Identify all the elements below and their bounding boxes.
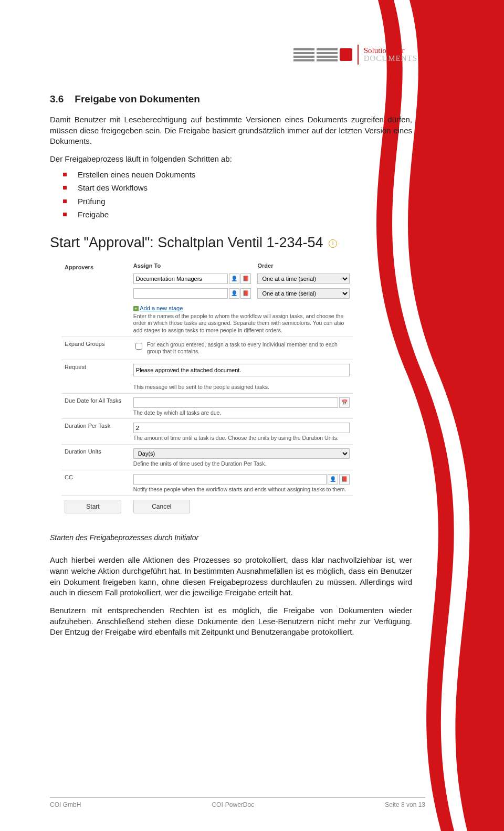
slogan-line1: Solutions for [364, 47, 417, 55]
logo-letter-o [317, 48, 338, 61]
logo-letter-i [340, 48, 352, 61]
list-item: Start des Workflows [63, 181, 412, 195]
intro-paragraph-1: Damit Benutzer mit Leseberechtigung auf … [50, 114, 412, 147]
intro-paragraph-2: Der Freigabeprozess läuft in folgenden S… [50, 154, 412, 165]
duration-per-task-label: Duration Per Task [61, 419, 130, 445]
process-steps-list: Erstellen eines neuen Dokuments Start de… [63, 168, 412, 222]
duration-units-label: Duration Units [61, 444, 130, 470]
addressbook-icon[interactable]: 📕 [240, 288, 251, 299]
request-hint: This message will be sent to the people … [133, 384, 350, 391]
order-select-1[interactable]: One at a time (serial) [257, 274, 350, 284]
request-label: Request [61, 360, 130, 393]
footer-company: COI GmbH [50, 801, 81, 808]
add-stage-link[interactable]: Add a new stage [140, 305, 183, 311]
expand-groups-label: Expand Groups [61, 336, 130, 360]
due-date-label: Due Date for All Tasks [61, 393, 130, 419]
cancel-button[interactable]: Cancel [133, 500, 190, 513]
slogan-line2: DOCUMENTS [364, 55, 417, 62]
section-heading: 3.6 Freigabe von Dokumenten [50, 93, 412, 105]
page: Solutions for DOCUMENTS 3.6 Freigabe von… [0, 0, 504, 831]
due-date-input[interactable] [133, 397, 338, 408]
info-icon: i [329, 239, 337, 248]
duration-hint: The amount of time until a task is due. … [133, 435, 350, 442]
cc-input[interactable] [133, 474, 327, 485]
list-item: Freigabe [63, 208, 412, 222]
footer-product: COI-PowerDoc [212, 801, 254, 808]
page-footer: COI GmbH COI-PowerDoc Seite 8 von 13 [50, 797, 425, 808]
section-number: 3.6 [50, 93, 72, 105]
approvers-label: Approvers [61, 260, 130, 271]
add-stage-icon: + [133, 306, 139, 311]
duration-units-hint: Define the units of time used by the Dur… [133, 460, 350, 468]
body-paragraph-2: Auch hierbei werden alle Aktionen des Pr… [50, 555, 412, 598]
duration-units-select[interactable]: Day(s) [133, 448, 350, 459]
people-picker-icon[interactable]: 👤 [229, 274, 239, 284]
logo-letter-c [293, 48, 314, 61]
logo-divider [358, 45, 359, 65]
cc-hint: Notify these people when the workflow st… [133, 486, 350, 493]
assign-to-header: Assign To [130, 260, 255, 271]
start-button[interactable]: Start [65, 500, 121, 513]
addressbook-icon[interactable]: 📕 [240, 274, 251, 284]
figure-caption: Starten des Freigabeprozesses durch Init… [50, 533, 412, 542]
approval-form-screenshot: Approvers Assign To Order 👤 📕 [61, 260, 353, 518]
footer-page-info: Seite 8 von 13 [385, 801, 425, 808]
assign-to-input-2[interactable] [133, 288, 228, 299]
section-title: Freigabe von Dokumenten [75, 93, 200, 104]
duration-input[interactable] [133, 423, 350, 433]
expand-groups-checkbox[interactable] [135, 343, 142, 350]
request-input[interactable] [133, 364, 350, 376]
cc-label: CC [61, 470, 130, 496]
logo: Solutions for DOCUMENTS [50, 45, 417, 65]
due-date-hint: The date by which all tasks are due. [133, 409, 350, 417]
expand-groups-hint: For each group entered, assign a task to… [147, 341, 350, 355]
approvers-hint: Enter the names of the people to whom th… [133, 313, 350, 334]
dialog-title: Start "Approval": Schaltplan Ventil 1-23… [50, 235, 412, 251]
order-select-2[interactable]: One at a time (serial) [257, 288, 350, 299]
list-item: Prüfung [63, 195, 412, 208]
list-item: Erstellen eines neuen Dokuments [63, 168, 412, 182]
addressbook-icon[interactable]: 📕 [339, 474, 350, 485]
body-paragraph-3: Benutzern mit entsprechenden Rechten ist… [50, 605, 412, 638]
order-header: Order [254, 260, 353, 271]
assign-to-input-1[interactable] [133, 274, 228, 284]
people-picker-icon[interactable]: 👤 [328, 474, 338, 485]
people-picker-icon[interactable]: 👤 [229, 288, 239, 299]
calendar-icon[interactable]: 📅 [339, 397, 350, 408]
